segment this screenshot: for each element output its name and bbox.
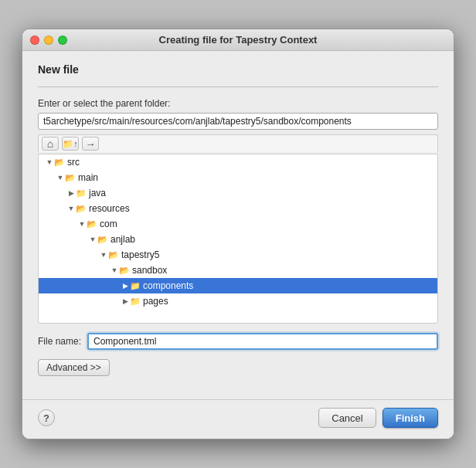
maximize-button[interactable] <box>58 36 67 45</box>
folder-open-icon <box>119 266 130 276</box>
tree-item[interactable]: sandbox <box>39 263 437 278</box>
tree-toolbar: 📁↑ <box>38 134 438 152</box>
tree-item-label: tapestry5 <box>121 249 159 260</box>
expand-arrow <box>121 297 130 305</box>
tree-item-label: com <box>100 219 117 229</box>
tree-item-label: sandbox <box>132 265 167 276</box>
finish-button[interactable]: Finish <box>382 408 438 428</box>
tree-item[interactable]: src <box>39 154 437 170</box>
folder-open-icon <box>65 173 76 183</box>
section-title: New file <box>38 63 438 76</box>
tree-item-components[interactable]: components <box>39 278 437 293</box>
dialog-title: Creating file for Tapestry Context <box>159 34 318 46</box>
action-buttons: Cancel Finish <box>318 408 438 428</box>
tree-item[interactable]: main <box>39 170 437 185</box>
folder-open-icon <box>87 219 97 229</box>
home-icon <box>47 137 53 150</box>
tree-item-pages[interactable]: pages <box>39 293 437 309</box>
file-name-label: File name: <box>38 336 81 347</box>
tree-item-label: pages <box>143 296 168 307</box>
tree-item[interactable]: resources <box>39 201 437 216</box>
folder-closed-icon <box>76 188 87 198</box>
expand-arrow <box>66 189 76 197</box>
expand-arrow <box>99 251 108 259</box>
divider <box>38 86 438 87</box>
file-name-section: File name: <box>38 333 438 350</box>
advanced-button[interactable]: Advanced >> <box>38 359 110 376</box>
tree-item-label: java <box>89 188 106 198</box>
bottom-bar: ? Cancel Finish <box>22 399 454 439</box>
forward-toolbar-button[interactable] <box>82 137 99 151</box>
folder-closed-icon <box>130 281 141 291</box>
folder-label: Enter or select the parent folder: <box>38 98 438 109</box>
tree-item[interactable]: java <box>39 185 437 201</box>
expand-arrow <box>121 282 130 290</box>
expand-arrow <box>110 266 119 274</box>
help-button[interactable]: ? <box>38 409 55 426</box>
expand-arrow <box>56 174 65 181</box>
tree-item[interactable]: com <box>39 216 437 232</box>
dialog-content: New file Enter or select the parent fold… <box>22 51 454 396</box>
expand-arrow <box>66 205 76 212</box>
home-toolbar-button[interactable] <box>42 137 59 151</box>
dialog: Creating file for Tapestry Context New f… <box>22 29 454 439</box>
tree-item-label: resources <box>89 203 130 214</box>
folder-open-icon <box>97 235 108 245</box>
expand-arrow <box>45 158 54 166</box>
folder-open-icon <box>108 250 119 260</box>
tree-item-label: components <box>143 280 193 291</box>
expand-arrow <box>77 220 87 228</box>
folder-closed-icon <box>130 297 141 307</box>
folder-tree[interactable]: src main java resources <box>38 154 438 324</box>
cancel-button[interactable]: Cancel <box>318 408 376 428</box>
back-toolbar-button[interactable]: 📁↑ <box>62 137 79 151</box>
folder-open-icon <box>76 204 87 214</box>
tree-item-label: anjlab <box>110 234 135 245</box>
close-button[interactable] <box>30 36 39 45</box>
tree-item-label: main <box>78 172 98 183</box>
folder-up-icon: 📁↑ <box>63 139 78 149</box>
traffic-lights <box>30 36 67 45</box>
tree-item[interactable]: anjlab <box>39 232 437 247</box>
folder-open-icon <box>54 158 65 168</box>
expand-arrow <box>88 236 97 243</box>
minimize-button[interactable] <box>44 36 53 45</box>
folder-path-input[interactable] <box>38 113 438 130</box>
tree-item-label: src <box>67 157 80 168</box>
tree-item[interactable]: tapestry5 <box>39 247 437 263</box>
file-name-input[interactable] <box>87 333 438 350</box>
titlebar: Creating file for Tapestry Context <box>22 29 454 51</box>
forward-icon <box>86 138 96 150</box>
